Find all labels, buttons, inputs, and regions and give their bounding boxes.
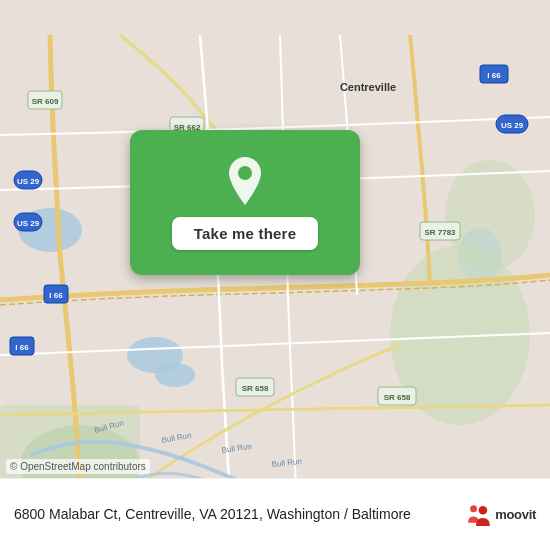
svg-text:Centreville: Centreville: [340, 81, 396, 93]
svg-text:I 66: I 66: [49, 291, 63, 300]
copyright-notice: © OpenStreetMap contributors: [6, 459, 150, 474]
svg-text:I 66: I 66: [487, 71, 501, 80]
svg-point-36: [238, 166, 252, 180]
svg-point-38: [479, 506, 488, 515]
svg-text:SR 658: SR 658: [242, 384, 269, 393]
take-me-there-overlay[interactable]: Take me there: [130, 130, 360, 275]
moovit-logo: moovit: [465, 501, 536, 529]
svg-point-6: [445, 160, 535, 270]
map-container: SR 609 US 29 US 29 SR 662 I 66 I 66 SR 6…: [0, 0, 550, 550]
moovit-brand-text: moovit: [495, 507, 536, 522]
svg-text:SR 609: SR 609: [32, 97, 59, 106]
svg-text:SR 658: SR 658: [384, 393, 411, 402]
svg-text:US 29: US 29: [17, 219, 40, 228]
svg-text:US 29: US 29: [17, 177, 40, 186]
svg-point-37: [470, 505, 477, 512]
svg-text:I 66: I 66: [15, 343, 29, 352]
svg-text:SR 7783: SR 7783: [424, 228, 456, 237]
take-me-there-button[interactable]: Take me there: [172, 217, 318, 250]
svg-point-3: [155, 363, 195, 387]
address-text: 6800 Malabar Ct, Centreville, VA 20121, …: [14, 505, 455, 523]
svg-text:US 29: US 29: [501, 121, 524, 130]
bottom-bar: 6800 Malabar Ct, Centreville, VA 20121, …: [0, 478, 550, 550]
location-pin-icon: [223, 155, 267, 207]
moovit-icon: [465, 501, 493, 529]
